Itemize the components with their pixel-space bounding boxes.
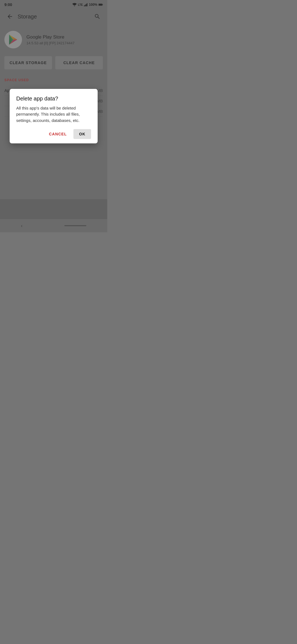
- dialog-message: All this app's data will be deleted perm…: [16, 105, 91, 124]
- delete-dialog: Delete app data? All this app's data wil…: [10, 89, 98, 144]
- ok-button[interactable]: OK: [73, 129, 91, 139]
- dialog-actions: CANCEL OK: [16, 129, 91, 139]
- cancel-button[interactable]: CANCEL: [45, 129, 71, 139]
- dialog-title: Delete app data?: [16, 95, 91, 102]
- dialog-overlay: Delete app data? All this app's data wil…: [0, 0, 107, 232]
